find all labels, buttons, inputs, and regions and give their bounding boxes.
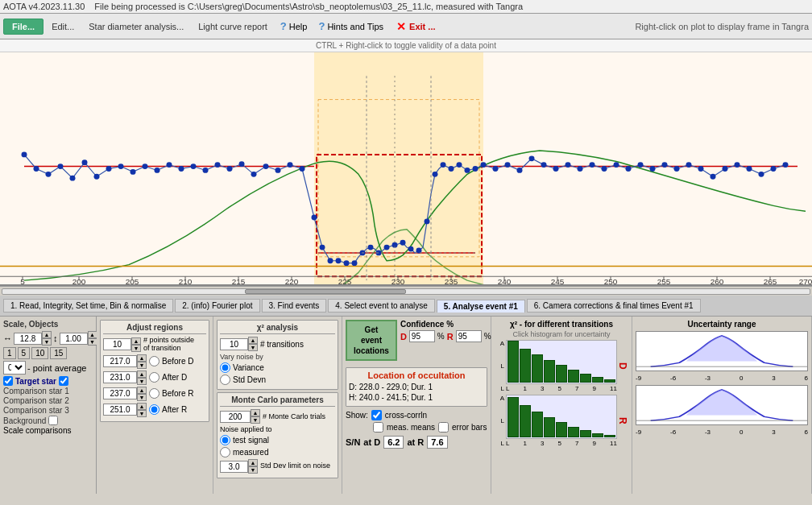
- scale-v-input[interactable]: [60, 333, 88, 345]
- pts-down[interactable]: ▼: [131, 345, 141, 352]
- cross-corr-checkbox[interactable]: [371, 410, 382, 420]
- trans-up[interactable]: ▲: [248, 337, 258, 344]
- before-d-radio[interactable]: [149, 356, 160, 366]
- r-bars-area[interactable]: [506, 395, 617, 439]
- tab-1[interactable]: 1. Read, Integrity, Set time, Bin & norm…: [3, 299, 173, 313]
- conf-r-input[interactable]: [456, 330, 482, 342]
- scroll-track[interactable]: [2, 288, 810, 295]
- at-d-label: at D: [363, 437, 380, 447]
- conf-title: Confidence %: [400, 320, 491, 329]
- tab-6[interactable]: 6. Camera corrections & final times Even…: [527, 299, 701, 313]
- r-bar-8[interactable]: [592, 433, 603, 437]
- horizontal-scrollbar[interactable]: [0, 286, 812, 296]
- scale-h-up[interactable]: ▲: [42, 331, 52, 338]
- conf-d-input[interactable]: [409, 330, 435, 342]
- d-bar-6[interactable]: [568, 370, 579, 383]
- r-ax-1: 1: [524, 440, 527, 447]
- r-bar-4[interactable]: [544, 417, 555, 437]
- after-r-up[interactable]: ▲: [137, 403, 147, 410]
- after-d-input[interactable]: [103, 371, 137, 383]
- left-panel: Scale, Objects ↔ ▲ ▼ ↕ ▲ ▼ 1 5 1: [0, 317, 97, 494]
- std-noise-up[interactable]: ▲: [248, 459, 258, 466]
- edit-button[interactable]: Edit...: [45, 19, 81, 35]
- scale-v-up[interactable]: ▲: [88, 331, 97, 338]
- mc-up[interactable]: ▲: [251, 409, 260, 416]
- before-r-down[interactable]: ▼: [137, 394, 147, 401]
- std-noise-down[interactable]: ▼: [248, 466, 258, 474]
- help-button[interactable]: ? Help: [276, 19, 313, 34]
- r-bar-6[interactable]: [568, 427, 579, 437]
- d-bar-4[interactable]: [544, 360, 555, 383]
- unc-r-chart[interactable]: [636, 385, 808, 425]
- stddev-radio[interactable]: [220, 375, 230, 385]
- d-bar-3[interactable]: [532, 354, 543, 383]
- before-r-radio[interactable]: [149, 388, 160, 399]
- measured-radio[interactable]: [220, 447, 230, 457]
- scale-v-down[interactable]: ▼: [88, 338, 97, 346]
- d-bar-1[interactable]: [508, 341, 519, 383]
- transitions-input[interactable]: [220, 338, 248, 350]
- after-d-down[interactable]: ▼: [137, 378, 147, 385]
- error-bars-checkbox[interactable]: [438, 422, 449, 433]
- hints-tips-button[interactable]: ? Hints and Tips: [313, 19, 388, 34]
- meas-means-checkbox[interactable]: [373, 422, 383, 433]
- scale-btn-1[interactable]: 1: [3, 347, 16, 359]
- svg-point-19: [155, 168, 160, 173]
- mc-trials-input[interactable]: [220, 411, 251, 423]
- get-event-button[interactable]: Get eventlocations: [346, 320, 397, 361]
- pts-up[interactable]: ▲: [131, 337, 141, 345]
- scale-h-input[interactable]: [14, 333, 42, 345]
- test-signal-radio[interactable]: [220, 435, 230, 445]
- after-r-input[interactable]: [103, 404, 137, 416]
- mc-down[interactable]: ▼: [251, 416, 260, 424]
- r-bar-7[interactable]: [580, 430, 591, 437]
- unc-d-chart[interactable]: [636, 331, 808, 371]
- trans-down[interactable]: ▼: [248, 344, 258, 351]
- tab-2[interactable]: 2. (info) Fourier plot: [175, 299, 259, 313]
- after-d-up[interactable]: ▲: [137, 370, 147, 378]
- monte-box: Monte Carlo parameters ▲ ▼ # Monte Carlo…: [217, 392, 338, 478]
- before-r-up[interactable]: ▲: [137, 387, 147, 394]
- std-noise-input[interactable]: [220, 461, 248, 473]
- r-bar-9[interactable]: [604, 435, 615, 437]
- d-bar-7[interactable]: [580, 374, 591, 383]
- monte-title: Monte Carlo parameters: [220, 395, 335, 407]
- file-button[interactable]: File...: [3, 19, 44, 35]
- main-chart[interactable]: 5 200 205 210 215 220 225 230 235 240 24…: [0, 52, 812, 284]
- before-r-input[interactable]: [103, 387, 137, 399]
- scale-btn-10[interactable]: 10: [31, 347, 48, 359]
- show-section: Show: cross-corrln meas. means error bar…: [346, 410, 487, 433]
- r-bar-1[interactable]: [508, 397, 519, 437]
- background-checkbox[interactable]: [48, 416, 58, 425]
- scale-h-down[interactable]: ▼: [42, 338, 52, 346]
- light-curve-button[interactable]: Light curve report: [192, 19, 274, 35]
- target-checkbox2[interactable]: [59, 376, 68, 386]
- d-bar-8[interactable]: [592, 377, 603, 383]
- occult-d-range: D: 228.0 - 229.0; Dur. 1: [349, 383, 484, 391]
- d-bar-5[interactable]: [556, 365, 567, 383]
- variance-radio[interactable]: [220, 362, 230, 373]
- before-d-input[interactable]: [103, 355, 137, 367]
- r-bar-3[interactable]: [532, 412, 543, 437]
- tab-4[interactable]: 4. Select event to analyse: [328, 299, 435, 313]
- tab-5[interactable]: 5. Analyse event #1: [437, 300, 525, 313]
- after-r-down[interactable]: ▼: [137, 410, 147, 417]
- point-avg-select[interactable]: 01235: [3, 361, 26, 375]
- tab-3[interactable]: 3. Find events: [262, 299, 327, 313]
- r-bar-5[interactable]: [556, 422, 567, 437]
- scroll-thumb[interactable]: [245, 289, 406, 294]
- star-diameter-button[interactable]: Star diameter analysis...: [82, 19, 190, 35]
- exit-button[interactable]: ✕ Exit ...: [390, 19, 441, 35]
- after-r-radio[interactable]: [149, 404, 160, 415]
- scale-btn-15[interactable]: 15: [50, 347, 67, 359]
- d-bar-2[interactable]: [520, 349, 531, 383]
- target-checkbox[interactable]: [3, 376, 13, 386]
- before-d-up[interactable]: ▲: [137, 354, 147, 362]
- scale-btn-5[interactable]: 5: [18, 347, 31, 359]
- pts-outside-input[interactable]: [103, 338, 131, 350]
- after-d-radio[interactable]: [149, 372, 160, 383]
- d-bar-9[interactable]: [604, 379, 615, 383]
- r-bar-2[interactable]: [520, 405, 531, 437]
- before-d-down[interactable]: ▼: [137, 362, 147, 369]
- d-bars-area[interactable]: [506, 340, 617, 384]
